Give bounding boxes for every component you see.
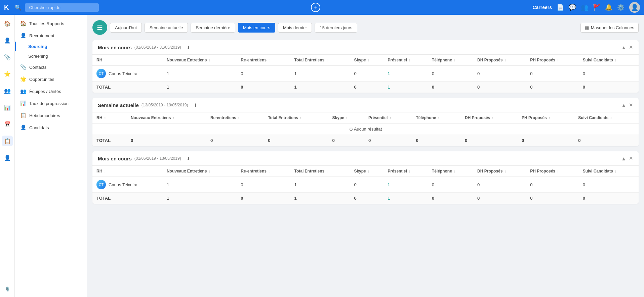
brand-label: Carreers xyxy=(532,5,552,10)
sidebar-item-candidats[interactable]: 👤 Candidats xyxy=(15,121,87,134)
search-icon: 🔍 xyxy=(15,4,22,11)
total-row: TOTAL 1 0 1 0 1 0 0 0 0 xyxy=(92,82,639,93)
s3-tel: 0 xyxy=(428,177,473,193)
sidebar-item-label-taux: Taux de progression xyxy=(29,101,69,106)
section1-header: Mois en cours (01/05/2019 - 31/05/2019) … xyxy=(92,40,639,55)
section2-download-icon[interactable]: ⬇ xyxy=(194,103,197,108)
no-result-row: ⊙ Aucun résultat xyxy=(92,123,639,135)
add-button[interactable]: + xyxy=(311,3,320,12)
btn-month-current[interactable]: Mois en cours xyxy=(238,23,275,33)
chat-icon[interactable]: 💬 xyxy=(569,4,576,11)
col-rh: RH ↕ xyxy=(92,55,163,66)
sidebar-icon-person[interactable]: 👤 xyxy=(2,35,13,46)
sidebar-subitem-screening[interactable]: Screening xyxy=(15,51,87,61)
section1-download-icon[interactable]: ⬇ xyxy=(187,45,190,50)
document-icon[interactable]: 📄 xyxy=(557,4,564,11)
sidebar-item-tous-rapports[interactable]: 🏠 Tous les Rapports xyxy=(15,17,87,30)
user-name: Carlos Teixeira xyxy=(109,71,137,76)
sidebar-subitem-sourcing[interactable]: Sourcing xyxy=(15,42,87,51)
sidebar-icon-calendar[interactable]: 📅 xyxy=(2,119,13,130)
btn-last15[interactable]: 15 derniers jours xyxy=(315,23,357,33)
section3-download-icon[interactable]: ⬇ xyxy=(187,156,190,161)
s2-col-rh: RH ↕ xyxy=(92,112,127,123)
total-new: 1 xyxy=(163,82,237,93)
opportunites-icon: 🌟 xyxy=(20,76,27,82)
sidebar-icon-candidate[interactable]: 👤 xyxy=(2,152,13,163)
s3-dh: 0 xyxy=(473,177,526,193)
sidebar-item-label-opp: Opportunités xyxy=(29,77,54,82)
s3-total-pres: 1 xyxy=(384,193,428,204)
dh-cell: 0 xyxy=(473,66,526,82)
new-interviews-cell: 1 xyxy=(163,66,237,82)
s3-skype: 0 xyxy=(350,177,384,193)
section1-close-btn[interactable]: ✕ xyxy=(629,44,633,50)
ph-cell: 0 xyxy=(526,66,578,82)
section2-collapse-btn[interactable]: ▲ xyxy=(621,102,626,108)
s2-total-ph: 0 xyxy=(518,135,574,146)
s2-total-dh: 0 xyxy=(461,135,518,146)
rh-cell: CT Carlos Teixeira xyxy=(92,66,163,82)
s3-col-new: Nouveaux Entretiens ↕ xyxy=(163,166,237,177)
section2-close-btn[interactable]: ✕ xyxy=(629,102,633,108)
s3-pres: 1 xyxy=(384,177,428,193)
btn-today[interactable]: Aujourd'hui xyxy=(110,23,142,33)
telephone-cell: 0 xyxy=(428,66,473,82)
table-row: CT Carlos Teixeira 1 0 1 0 1 0 0 0 0 xyxy=(92,177,639,193)
s3-total-label: TOTAL xyxy=(92,193,163,204)
s2-col-re: Re-entretiens ↕ xyxy=(206,112,264,123)
section3-title: Mois en cours xyxy=(98,156,132,161)
section3-table: RH ↕ Nouveaux Entretiens ↕ Re-entretiens… xyxy=(92,166,639,204)
section1-collapse-btn[interactable]: ▲ xyxy=(621,44,626,50)
col-suivi: Suivi Candidats ↕ xyxy=(579,55,639,66)
sidebar-nav: 🏠 Tous les Rapports 👤 Recrutement Sourci… xyxy=(15,15,87,297)
btn-month-last[interactable]: Mois dernier xyxy=(278,23,312,33)
s3-col-dh: DH Proposés ↕ xyxy=(473,166,526,177)
section3-collapse-btn[interactable]: ▲ xyxy=(621,155,626,161)
main-content: ☰ Aujourd'hui Semaine actuelle Semaine d… xyxy=(87,15,644,297)
sidebar-item-opportunites[interactable]: 🌟 Opportunités xyxy=(15,73,87,85)
flag-icon[interactable]: 🚩 xyxy=(593,4,600,11)
sidebar-icon-contacts[interactable]: 📎 xyxy=(2,52,13,62)
hide-columns-button[interactable]: ▦ Masquer les Colonnes xyxy=(580,23,639,33)
sidebar-icon-doc[interactable]: 📋 xyxy=(2,136,13,146)
list-icon-button[interactable]: ☰ xyxy=(92,20,107,35)
s3-col-suivi: Suivi Candidats ↕ xyxy=(579,166,639,177)
section3-dates: (01/05/2019 - 13/05/2019) xyxy=(134,156,181,161)
btn-week-last[interactable]: Semaine dernière xyxy=(191,23,235,33)
sidebar-item-label-tous: Tous les Rapports xyxy=(29,21,64,26)
avatar[interactable]: 👤 xyxy=(629,2,640,13)
sidebar-icon-home[interactable]: 🏠 xyxy=(2,18,13,29)
section2-actions: ▲ ✕ xyxy=(621,102,633,108)
suivi-cell: 0 xyxy=(579,66,639,82)
total-label: TOTAL xyxy=(92,82,163,93)
sidebar-icon-chart[interactable]: 📊 xyxy=(2,102,13,113)
btn-week-current[interactable]: Semaine actuelle xyxy=(145,23,188,33)
sidebar-item-taux[interactable]: 📊 Taux de progression xyxy=(15,97,87,109)
sidebar-item-equipes[interactable]: 👥 Équipes / Unités xyxy=(15,85,87,97)
total-presentiel: 1 xyxy=(384,82,428,93)
bell-icon[interactable]: 🔔 xyxy=(605,4,612,11)
s2-col-total: Total Entretiens ↕ xyxy=(264,112,328,123)
s2-total-re: 0 xyxy=(206,135,264,146)
sidebar-item-contacts[interactable]: 📎 Contacts xyxy=(15,61,87,73)
sidebar-item-recrutement[interactable]: 👤 Recrutement xyxy=(15,30,87,42)
sidebar-icon-mic[interactable]: 🎙️ xyxy=(5,287,10,297)
sidebar-icon-teams[interactable]: 👥 xyxy=(2,85,13,96)
s2-total-total: 0 xyxy=(264,135,328,146)
sidebar-item-hebdo[interactable]: 📋 Hebdomadaires xyxy=(15,109,87,121)
section1-table: RH ↕ Nouveaux Entretiens ↕ Re-entretiens… xyxy=(92,55,639,93)
equipes-icon: 👥 xyxy=(20,88,27,94)
s3-col-rh: RH ↕ xyxy=(92,166,163,177)
settings-icon[interactable]: ⚙️ xyxy=(617,4,625,11)
s2-col-skype: Skype ↕ xyxy=(328,112,364,123)
s2-col-pres: Présentiel ↕ xyxy=(364,112,412,123)
topnav-right: Carreers 📄 💬 👥 🚩 🔔 ⚙️ 👤 xyxy=(532,2,640,13)
users-icon[interactable]: 👥 xyxy=(581,4,588,11)
search-input[interactable] xyxy=(25,3,99,12)
contacts-icon: 📎 xyxy=(20,64,27,70)
section2-header-row: RH ↕ Nouveaux Entretiens ↕ Re-entretiens… xyxy=(92,112,639,123)
sidebar-item-label-recrutement: Recrutement xyxy=(29,33,54,38)
section-month-current: Mois en cours (01/05/2019 - 31/05/2019) … xyxy=(92,40,639,93)
section3-close-btn[interactable]: ✕ xyxy=(629,155,633,161)
sidebar-icon-star[interactable]: ⭐ xyxy=(2,68,13,79)
